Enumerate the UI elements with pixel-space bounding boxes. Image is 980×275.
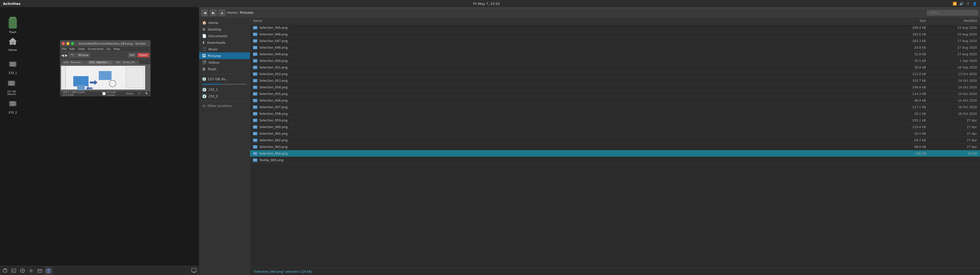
desktop-icon-232_1[interactable]: 232_1 xyxy=(3,58,23,74)
sidebar-item-232_2[interactable]: 💽 232_2 xyxy=(199,93,250,100)
file-row-10[interactable]: Selection_055.png 114.3 kB 14 Oct 2020 xyxy=(250,91,980,97)
sidebar-item-trash-label: Trash xyxy=(208,67,216,71)
taskbar-settings-btn[interactable] xyxy=(27,267,35,275)
file-icon-14 xyxy=(252,117,258,123)
sidebar-item-downloads[interactable]: ⬇ Downloads xyxy=(199,39,250,46)
sidebar-other-locations[interactable]: ➕ Other Locations xyxy=(199,103,250,109)
file-row-6[interactable]: Selection_051.png 36.9 kB 16 Sep 2020 xyxy=(250,64,980,71)
shutter-tab-0[interactable]: [24] - Selection_058.png xyxy=(61,60,87,64)
file-thumbnail-19 xyxy=(253,152,258,155)
file-modified-10: 14 Oct 2020 xyxy=(929,92,980,96)
taskbar-mail-btn[interactable] xyxy=(36,267,44,275)
file-icon-20 xyxy=(252,157,258,163)
toolbar-back-btn[interactable]: ◀ xyxy=(61,53,64,57)
include-cursor-input[interactable] xyxy=(102,92,106,95)
file-row-1[interactable]: Selection_046.png 185.6 kB 25 Aug 2020 xyxy=(250,31,980,38)
volume-icon xyxy=(5,77,18,89)
file-row-16[interactable]: Selection_061.png 20.5 kB 27 Apr xyxy=(250,130,980,137)
sidebar-item-documents-label: Documents xyxy=(208,34,228,38)
shutter-tab-1[interactable]: [25] - Selection_064.png xyxy=(87,60,113,64)
sidebar-item-pictures[interactable]: 🖼 Pictures xyxy=(199,52,250,59)
shutter-max-btn[interactable] xyxy=(71,42,74,45)
shutter-titlebar[interactable]: /home/kkb/Pictures/Selection_064.png - S… xyxy=(60,41,150,47)
file-modified-16: 27 Apr xyxy=(929,132,980,136)
file-row-17[interactable]: Selection_062.png 58.7 kB 27 Apr xyxy=(250,137,980,144)
file-row-2[interactable]: Selection_047.png 283.3 kB 27 Aug 2020 xyxy=(250,38,980,44)
breadcrumb-current[interactable]: Pictures xyxy=(240,11,253,14)
col-header-modified[interactable]: Modified xyxy=(929,19,980,23)
sidebar-item-documents[interactable]: 📄 Documents xyxy=(199,33,250,39)
activities-label[interactable]: Activities xyxy=(3,2,21,6)
desktop-icon-volume[interactable]: 157 GBVolume xyxy=(1,77,22,95)
shutter-zoom-icon[interactable]: 🔍 xyxy=(145,92,148,95)
taskbar-files-btn[interactable] xyxy=(1,267,9,275)
sidebar-item-trash[interactable]: 🗑 Trash xyxy=(199,66,250,72)
file-row-20[interactable]: Tooltip_065.png xyxy=(250,157,980,163)
shutter-menu-edit[interactable]: Edit xyxy=(69,47,75,51)
sidebar-item-desktop[interactable]: 🖥 Desktop xyxy=(199,26,250,33)
fm-up-btn[interactable]: ▲ xyxy=(218,9,226,16)
file-row-8[interactable]: Selection_053.png 103.7 kB 14 Oct 2020 xyxy=(250,77,980,84)
shutter-tab-2[interactable]: [26] - Tooltip_065.png xyxy=(113,60,139,64)
file-row-18[interactable]: Selection_063.png 98.9 kB 27 Apr xyxy=(250,144,980,150)
col-header-name[interactable]: Name xyxy=(250,19,904,23)
toolbar-window-btn[interactable]: Window xyxy=(76,53,90,57)
topbar-indicators: 📶 🔊 ⚡ 👤 xyxy=(953,1,977,6)
desktop-icon-232_2[interactable]: 232_2 xyxy=(3,98,23,114)
shutter-min-btn[interactable] xyxy=(66,42,69,45)
filesize-text: 123.9 KB xyxy=(62,94,74,96)
fm-forward-btn[interactable]: ▶ xyxy=(210,9,217,16)
shutter-menu-screenshot[interactable]: Screenshot xyxy=(88,47,103,51)
file-thumbnail-9 xyxy=(253,85,258,89)
shutter-menu-view[interactable]: View xyxy=(78,47,85,51)
file-modified-9: 14 Oct 2020 xyxy=(929,85,980,89)
sidebar-item-videos-label: Videos xyxy=(208,61,220,65)
include-cursor-checkbox[interactable]: Include Cursor xyxy=(102,91,121,96)
file-thumbnail-18 xyxy=(253,145,258,149)
file-row-9[interactable]: Selection_054.png 206.4 kB 14 Oct 2020 xyxy=(250,84,980,91)
desktop-icon-home[interactable]: Home xyxy=(3,35,23,52)
file-row-5[interactable]: Selection_050.png 35.5 kB 1 Sep 2020 xyxy=(250,58,980,64)
desktop-icon-trash[interactable]: Trash xyxy=(3,17,23,34)
file-row-3[interactable]: Selection_048.png 20.8 kB 27 Aug 2020 xyxy=(250,44,980,51)
drive232_1-label: 232_1 xyxy=(8,71,17,74)
file-row-12[interactable]: Selection_057.png 117.1 kB 16 Oct 2020 xyxy=(250,104,980,111)
sidebar-item-music[interactable]: 🎵 Music xyxy=(199,46,250,52)
file-row-14[interactable]: Selection_059.png 105.1 kB 27 Apr xyxy=(250,117,980,124)
shutter-menu-file[interactable]: File xyxy=(62,47,66,51)
fm-back-btn[interactable]: ◀ xyxy=(201,9,208,16)
file-thumbnail-10 xyxy=(253,92,258,96)
file-name-11: Selection_056.png xyxy=(259,99,904,102)
file-thumbnail-5 xyxy=(253,59,258,63)
shutter-drawing-area[interactable] xyxy=(65,66,145,90)
taskbar-terminal-btn[interactable] xyxy=(10,267,18,275)
file-row-0[interactable]: Selection_045.png 296.4 kB 23 Aug 2020 xyxy=(250,24,980,31)
file-row-4[interactable]: Selection_049.png 32.8 kB 27 Aug 2020 xyxy=(250,51,980,58)
svg-rect-12 xyxy=(4,269,6,270)
trash-sidebar-icon: 🗑 xyxy=(202,67,206,71)
taskbar-browser-btn[interactable] xyxy=(18,267,27,275)
shutter-close-btn[interactable] xyxy=(62,42,65,45)
sidebar-item-storage[interactable]: 💽 157 GB Vo... xyxy=(199,76,250,86)
shutter-menu-go[interactable]: Go xyxy=(107,47,110,51)
taskbar-show-desktop[interactable] xyxy=(190,267,198,275)
toolbar-export-btn[interactable]: Export xyxy=(137,53,149,57)
fm-search-input[interactable] xyxy=(927,10,978,16)
file-icon-6 xyxy=(252,65,258,71)
file-row-13[interactable]: Selection_058.png 26.1 kB 16 Oct 2020 xyxy=(250,111,980,117)
sidebar-item-videos[interactable]: 🎬 Videos xyxy=(199,59,250,66)
file-row-7[interactable]: Selection_052.png 112.8 kB 13 Oct 2020 xyxy=(250,71,980,77)
file-name-9: Selection_054.png xyxy=(259,85,904,89)
toolbar-screenshot-btn[interactable]: 📷 xyxy=(69,53,76,57)
sidebar-item-232_1[interactable]: 💽 232_1 xyxy=(199,86,250,93)
file-row-15[interactable]: Selection_060.png 110.4 kB 27 Apr xyxy=(250,124,980,130)
col-header-size[interactable]: Size xyxy=(904,19,929,23)
file-row-19[interactable]: Selection_064.png 126 kB 22:49 xyxy=(250,150,980,157)
toolbar-fwd-btn[interactable]: ▶ xyxy=(65,53,68,57)
toolbar-edit-btn[interactable]: Edit xyxy=(128,53,136,57)
sidebar-item-home[interactable]: 🏠 Home xyxy=(199,19,250,26)
file-row-11[interactable]: Selection_056.png 46.9 kB 14 Oct 2020 xyxy=(250,97,980,104)
shutter-menu-help[interactable]: Help xyxy=(114,47,120,51)
taskbar-camera-btn[interactable] xyxy=(45,267,52,275)
breadcrumb-home[interactable]: Home xyxy=(227,11,237,14)
